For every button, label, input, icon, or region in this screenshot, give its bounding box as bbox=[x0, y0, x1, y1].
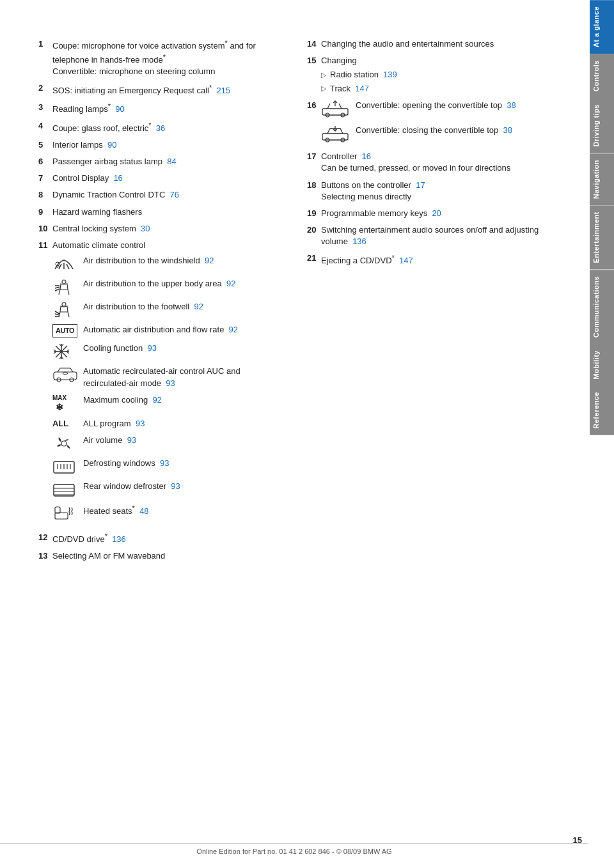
svg-line-8 bbox=[55, 287, 59, 288]
heated-seats-icon bbox=[52, 504, 78, 522]
list-item: 8 Dynamic Traction Control DTC 76 bbox=[38, 189, 288, 201]
sub-item: ALL ALL program 93 bbox=[52, 418, 288, 430]
page-ref: 90 bbox=[107, 140, 116, 150]
auto-icon: AUTO bbox=[52, 324, 78, 337]
item-content: Automatic climate control bbox=[52, 240, 288, 527]
page-ref: 84 bbox=[167, 157, 176, 166]
list-item: 4 Coupe: glass roof, electric* 36 bbox=[38, 120, 288, 134]
item-number: 4 bbox=[38, 120, 52, 134]
page-footer: Online Edition for Part no. 01 41 2 602 … bbox=[0, 843, 588, 855]
item-text: Interior lamps 90 bbox=[52, 140, 116, 150]
list-item: 20 Switching entertainment audio sources… bbox=[307, 224, 556, 247]
item-content: Hazard warning flashers bbox=[52, 206, 288, 218]
page-ref: 38 bbox=[507, 100, 516, 110]
svg-line-5 bbox=[59, 290, 60, 295]
sidebar-tab-communications[interactable]: Communications bbox=[590, 270, 614, 344]
svg-line-2 bbox=[67, 264, 69, 269]
page-ref: 92 bbox=[229, 325, 238, 334]
list-item: 3 Reading lamps* 90 bbox=[38, 102, 288, 116]
left-column: 1 Coupe: microphone for voice activation… bbox=[38, 38, 288, 568]
sidebar-tab-navigation[interactable]: Navigation bbox=[590, 153, 614, 205]
item-number: 16 bbox=[307, 100, 321, 146]
item-content: Coupe: microphone for voice activation s… bbox=[52, 38, 288, 77]
list-item: 11 Automatic climate control bbox=[38, 240, 288, 527]
sub-item-label: Air volume 93 bbox=[83, 435, 288, 446]
item-text: Convertible: closing the convertible top… bbox=[356, 125, 512, 136]
svg-point-31 bbox=[61, 441, 67, 446]
air-volume-icon bbox=[52, 435, 78, 453]
item-number: 3 bbox=[38, 102, 52, 116]
item-number: 14 bbox=[307, 38, 321, 50]
item-text: Passenger airbag status lamp 84 bbox=[52, 157, 177, 166]
list-item: 10 Central locking system 30 bbox=[38, 223, 288, 235]
sub-item: Air volume 93 bbox=[52, 435, 288, 453]
page-ref: 90 bbox=[115, 104, 124, 114]
page-ref: 48 bbox=[139, 506, 148, 516]
defrost-front-icon bbox=[52, 458, 78, 476]
item-content: Convertible: opening the convertible top… bbox=[321, 100, 556, 146]
sidebar-tab-reference[interactable]: Reference bbox=[590, 385, 614, 435]
item-number: 9 bbox=[38, 206, 52, 218]
item-content: Selecting AM or FM waveband bbox=[52, 550, 288, 562]
sub-item-label: Automatic air distribution and flow rate… bbox=[83, 324, 288, 336]
svg-line-15 bbox=[55, 311, 59, 314]
page-ref: 93 bbox=[166, 378, 175, 388]
item-number: 20 bbox=[307, 224, 321, 247]
page-ref: 92 bbox=[226, 279, 235, 288]
page-ref: 20 bbox=[432, 208, 441, 218]
page-ref: 136 bbox=[352, 236, 366, 246]
sub-item-label: Air distribution to the footwell 92 bbox=[83, 301, 288, 313]
item-text: Changing bbox=[321, 56, 357, 65]
list-item: 14 Changing the audio and entertainment … bbox=[307, 38, 556, 50]
sidebar-tab-driving-tips[interactable]: Driving tips bbox=[590, 98, 614, 153]
sub-item: Air distribution to the footwell 92 bbox=[52, 301, 288, 319]
item-text: Ejecting a CD/DVD* 147 bbox=[321, 256, 413, 265]
sub-item: Cooling function 93 bbox=[52, 343, 288, 360]
sidebar-tab-controls[interactable]: Controls bbox=[590, 54, 614, 98]
item-number: 18 bbox=[307, 180, 321, 203]
sub-item-label: ALL program 93 bbox=[83, 418, 288, 430]
main-content: 1 Coupe: microphone for voice activation… bbox=[0, 0, 614, 868]
arrow-icon: ▷ bbox=[321, 70, 326, 80]
air-footwell-icon bbox=[52, 301, 78, 319]
item-content: Controller 16 Can be turned, pressed, or… bbox=[321, 151, 556, 174]
item-content: Programmable memory keys 20 bbox=[321, 208, 556, 219]
item-content: Buttons on the controller 17 Selecting m… bbox=[321, 180, 556, 203]
item-text: Convertible: opening the convertible top… bbox=[356, 100, 516, 111]
defrost-rear-icon bbox=[52, 481, 78, 499]
item-text: Hazard warning flashers bbox=[52, 207, 142, 217]
item-subtext: Radio station 139 bbox=[330, 69, 397, 81]
svg-line-9 bbox=[55, 289, 59, 291]
sub-item: MAX❄ Maximum cooling 92 bbox=[52, 394, 288, 413]
item-number: 10 bbox=[38, 223, 52, 235]
item-number: 5 bbox=[38, 139, 52, 151]
page-ref: 93 bbox=[136, 419, 145, 428]
item-text: Switching entertainment audio sources on… bbox=[321, 225, 539, 246]
sidebar-tab-at-glance[interactable]: At a glance bbox=[590, 0, 614, 54]
item-number: 2 bbox=[38, 82, 52, 97]
item-number: 17 bbox=[307, 151, 321, 174]
sub-item-label: Air distribution to the windshield 92 bbox=[83, 255, 288, 267]
page-ref: 16 bbox=[113, 173, 122, 183]
item-content: Control Display 16 bbox=[52, 173, 288, 184]
list-item: 18 Buttons on the controller 17 Selectin… bbox=[307, 180, 556, 203]
sub-item-label: Air distribution to the upper body area … bbox=[83, 278, 288, 290]
item-content: CD/DVD drive* 136 bbox=[52, 532, 288, 546]
item-content: SOS: initiating an Emergency Request cal… bbox=[52, 82, 288, 97]
sidebar-tab-mobility[interactable]: Mobility bbox=[590, 344, 614, 386]
page-ref: 147 bbox=[399, 256, 413, 265]
item-number: 13 bbox=[38, 550, 52, 562]
svg-line-13 bbox=[55, 314, 59, 315]
sidebar-tab-entertainment[interactable]: Entertainment bbox=[590, 205, 614, 269]
sub-item-label: Heated seats* 48 bbox=[83, 504, 288, 518]
list-item: 21 Ejecting a CD/DVD* 147 bbox=[307, 252, 556, 267]
sub-item: Automatic recirculated-air control AUC a… bbox=[52, 366, 288, 389]
sub-item-label: Automatic recirculated-air control AUC a… bbox=[83, 366, 288, 389]
item-subtext: Track 147 bbox=[330, 83, 369, 95]
item-text: Control Display 16 bbox=[52, 173, 123, 183]
page-ref: 92 bbox=[205, 256, 214, 265]
page-ref: 93 bbox=[160, 458, 169, 468]
item-number: 19 bbox=[307, 208, 321, 219]
item-text: Buttons on the controller 17 bbox=[321, 180, 425, 190]
list-item: 12 CD/DVD drive* 136 bbox=[38, 532, 288, 546]
